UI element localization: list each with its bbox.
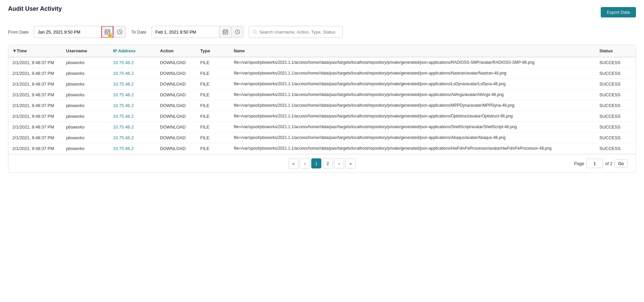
cell-type: FILE <box>196 111 230 122</box>
col-header-status[interactable]: Status <box>595 45 636 57</box>
table-row: 2/1/2021, 9:48:37 PM pbsworks 10.75.48.2… <box>8 68 636 79</box>
first-page-button[interactable]: « <box>288 158 299 168</box>
cell-type: FILE <box>196 68 230 79</box>
cell-username: pbsworks <box>62 100 109 111</box>
toolbar: From Date ☝ <box>8 26 636 38</box>
svg-rect-8 <box>107 33 108 34</box>
svg-line-25 <box>256 33 257 34</box>
export-button[interactable]: Export Data <box>601 7 636 17</box>
cell-username: pbsworks <box>62 133 109 143</box>
svg-rect-5 <box>107 32 108 33</box>
from-date-calendar-button[interactable]: ☝ <box>101 26 113 38</box>
svg-line-11 <box>120 32 121 33</box>
cell-ip[interactable]: 10.75.48.2 <box>109 133 156 143</box>
svg-point-24 <box>253 30 256 33</box>
cell-name: file=/var/spool/pbsworks/2021.1.1/access… <box>230 100 595 111</box>
col-header-ip[interactable]: IP Address <box>109 45 156 57</box>
cell-name: file=/var/spool/pbsworks/2021.1.1/access… <box>230 143 595 154</box>
cell-time: 2/1/2021, 9:48:37 PM <box>8 90 62 100</box>
cell-time: 2/1/2021, 9:48:37 PM <box>8 143 62 154</box>
search-input[interactable] <box>259 30 339 35</box>
cell-action: DOWNLOAD <box>156 133 196 143</box>
page-number-input[interactable] <box>586 159 603 168</box>
cell-username: pbsworks <box>62 122 109 133</box>
clock-icon <box>235 29 240 35</box>
from-date-input[interactable] <box>34 26 101 38</box>
col-header-username[interactable]: Username <box>62 45 109 57</box>
from-date-clock-button[interactable] <box>113 26 125 38</box>
cell-name: file=/var/spool/pbsworks/2021.1.1/access… <box>230 68 595 79</box>
to-date-clock-button[interactable] <box>231 26 243 38</box>
from-date-group: ☝ <box>34 26 126 38</box>
col-header-action[interactable]: Action <box>156 45 196 57</box>
cell-type: FILE <box>196 100 230 111</box>
cell-action: DOWNLOAD <box>156 79 196 90</box>
svg-rect-20 <box>225 33 226 34</box>
cell-time: 2/1/2021, 9:48:37 PM <box>8 122 62 133</box>
audit-table: ▼Time Username IP Address Action Type Na… <box>8 45 636 173</box>
svg-line-23 <box>237 32 238 33</box>
to-date-group <box>152 26 244 38</box>
col-header-name[interactable]: Name <box>230 45 595 57</box>
cell-type: FILE <box>196 79 230 90</box>
cell-username: pbsworks <box>62 79 109 90</box>
cell-ip[interactable]: 10.75.48.2 <box>109 79 156 90</box>
cell-type: FILE <box>196 133 230 143</box>
of-label: of 2 <box>605 161 612 166</box>
table-header-row: ▼Time Username IP Address Action Type Na… <box>8 45 636 57</box>
svg-rect-18 <box>226 32 227 33</box>
cell-ip[interactable]: 10.75.48.2 <box>109 57 156 68</box>
cell-ip[interactable]: 10.75.48.2 <box>109 111 156 122</box>
svg-rect-7 <box>106 33 106 34</box>
col-header-time[interactable]: ▼Time <box>8 45 62 57</box>
cell-status: SUCCESS <box>595 122 636 133</box>
last-page-button[interactable]: » <box>345 158 356 168</box>
next-page-button[interactable]: › <box>334 158 344 168</box>
prev-page-button[interactable]: ‹ <box>300 158 310 168</box>
page-1-button[interactable]: 1 <box>311 158 321 168</box>
table-row: 2/1/2021, 9:48:37 PM pbsworks 10.75.48.2… <box>8 79 636 90</box>
pagination-bar: « ‹ 1 2 › » Page of 2 Go <box>8 154 636 172</box>
svg-rect-4 <box>106 32 106 33</box>
cell-status: SUCCESS <box>595 111 636 122</box>
cell-action: DOWNLOAD <box>156 68 196 79</box>
cell-time: 2/1/2021, 9:48:37 PM <box>8 79 62 90</box>
col-header-type[interactable]: Type <box>196 45 230 57</box>
to-date-calendar-button[interactable] <box>219 26 231 38</box>
cell-status: SUCCESS <box>595 143 636 154</box>
cell-username: pbsworks <box>62 143 109 154</box>
calendar-icon <box>105 29 110 35</box>
cell-name: file=/var/spool/pbsworks/2021.1.1/access… <box>230 111 595 122</box>
cell-status: SUCCESS <box>595 79 636 90</box>
cell-time: 2/1/2021, 9:48:37 PM <box>8 100 62 111</box>
page-label: Page <box>574 161 584 166</box>
cell-ip[interactable]: 10.75.48.2 <box>109 100 156 111</box>
cell-username: pbsworks <box>62 57 109 68</box>
cell-action: DOWNLOAD <box>156 111 196 122</box>
table-row: 2/1/2021, 9:48:37 PM pbsworks 10.75.48.2… <box>8 122 636 133</box>
table-row: 2/1/2021, 9:48:37 PM pbsworks 10.75.48.2… <box>8 111 636 122</box>
go-button[interactable]: Go <box>614 159 628 168</box>
cell-ip[interactable]: 10.75.48.2 <box>109 90 156 100</box>
cell-status: SUCCESS <box>595 68 636 79</box>
table-row: 2/1/2021, 9:48:37 PM pbsworks 10.75.48.2… <box>8 100 636 111</box>
cell-action: DOWNLOAD <box>156 90 196 100</box>
cell-type: FILE <box>196 143 230 154</box>
svg-rect-6 <box>108 32 109 33</box>
to-date-input[interactable] <box>152 26 219 38</box>
svg-rect-16 <box>224 32 224 33</box>
page-title: Audit User Activity <box>8 5 62 12</box>
table-row: 2/1/2021, 9:48:37 PM pbsworks 10.75.48.2… <box>8 143 636 154</box>
cell-ip[interactable]: 10.75.48.2 <box>109 122 156 133</box>
to-date-label: To Date <box>131 30 146 35</box>
cell-ip[interactable]: 10.75.48.2 <box>109 143 156 154</box>
cell-time: 2/1/2021, 9:48:37 PM <box>8 57 62 68</box>
page-2-button[interactable]: 2 <box>323 158 333 168</box>
cell-ip[interactable]: 10.75.48.2 <box>109 68 156 79</box>
table-row: 2/1/2021, 9:48:37 PM pbsworks 10.75.48.2… <box>8 57 636 68</box>
svg-rect-19 <box>224 33 224 34</box>
cell-time: 2/1/2021, 9:48:37 PM <box>8 133 62 143</box>
cell-username: pbsworks <box>62 111 109 122</box>
table-scroll[interactable]: ▼Time Username IP Address Action Type Na… <box>8 45 636 154</box>
search-icon <box>253 30 257 34</box>
